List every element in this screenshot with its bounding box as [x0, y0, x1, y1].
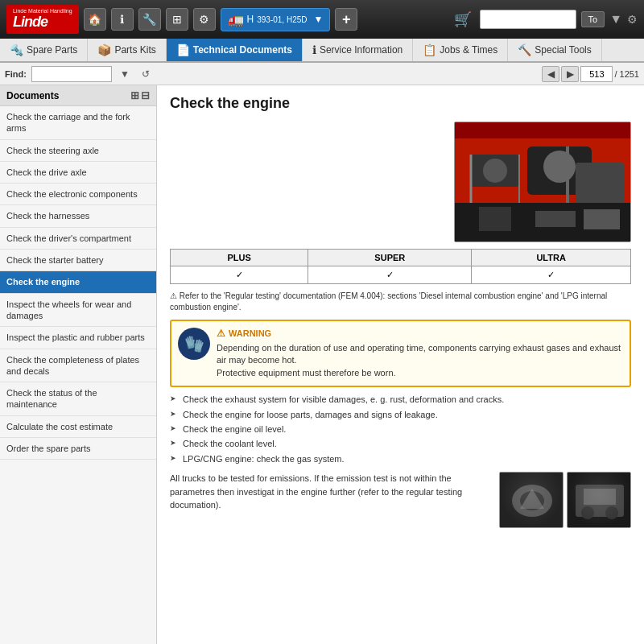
next-page-button[interactable]: ▶ [561, 66, 579, 82]
table-cell-ultra: ✓ [472, 266, 631, 284]
sidebar-item-status[interactable]: Check the status of the maintenance [0, 382, 156, 416]
settings-button[interactable]: ⚙ [193, 8, 216, 31]
table-header-plus: PLUS [171, 250, 308, 266]
parts-kits-icon: 📦 [97, 43, 111, 56]
checklist: Check the exhaust system for visible dam… [170, 394, 631, 465]
sidebar-item-compartment[interactable]: Check the driver's compartment [0, 228, 156, 250]
grid-button[interactable]: ⊞ [166, 8, 188, 31]
find-input[interactable] [31, 66, 112, 82]
logo-area: Linde Material Handling Linde [6, 5, 79, 34]
svg-point-20 [581, 506, 594, 519]
warning-box: 🧤 WARNING Depending on the duration of u… [170, 320, 631, 387]
sidebar-item-harnesses[interactable]: Check the harnesses [0, 205, 156, 227]
spare-parts-icon: 🔩 [10, 43, 23, 56]
add-vehicle-button[interactable]: + [335, 8, 357, 31]
cart-icon[interactable]: 🛒 [454, 10, 472, 28]
svg-rect-13 [584, 209, 620, 229]
jobs-times-icon: 📋 [423, 43, 436, 56]
table-header-ultra: ULTRA [472, 250, 631, 266]
prev-page-button[interactable]: ◀ [542, 66, 559, 82]
svg-marker-17 [520, 489, 544, 509]
secondary-toolbar: Find: ▼ ↺ ◀ ▶ 513 / 1251 [0, 63, 644, 85]
service-info-label: Service Information [320, 44, 402, 56]
svg-point-5 [483, 159, 507, 183]
check-item-4: Check the coolant level. [170, 438, 631, 450]
svg-point-21 [605, 506, 618, 519]
check-item-2: Check the engine for loose parts, damage… [170, 409, 631, 421]
info-button[interactable]: ℹ [111, 8, 134, 31]
sidebar-item-cost[interactable]: Calculate the cost estimate [0, 416, 156, 438]
sidebar-item-plastic[interactable]: Inspect the plastic and rubber parts [0, 327, 156, 349]
vehicle-code: H [247, 14, 254, 25]
table-header-super: SUPER [308, 250, 472, 266]
page-number-input[interactable]: 513 [580, 66, 613, 82]
check-table: PLUS SUPER ULTRA ✓ ✓ ✓ [170, 249, 631, 284]
jobs-times-label: Jobs & Times [440, 44, 497, 56]
tab-service-information[interactable]: ℹ Service Information [303, 39, 413, 61]
sidebar: Documents ⊞ ⊟ Check the carriage and the… [0, 85, 157, 644]
sidebar-item-drive[interactable]: Check the drive axle [0, 162, 156, 184]
global-search-box[interactable] [480, 10, 576, 29]
check-item-1: Check the exhaust system for visible dam… [170, 394, 631, 406]
svg-rect-12 [535, 211, 576, 227]
engine-svg [455, 122, 631, 242]
sidebar-collapse-icon[interactable]: ⊟ [141, 89, 150, 101]
refresh-toolbar-icon[interactable]: ↺ [138, 66, 154, 82]
check-item-3: Check the engine oil level. [170, 423, 631, 436]
warning-line1: Depending on the duration of use and ope… [217, 343, 621, 365]
tab-jobs-times[interactable]: 📋 Jobs & Times [413, 39, 508, 61]
warning-line2: Protective equipment must therefore be w… [217, 368, 396, 378]
svg-rect-19 [576, 485, 624, 517]
svg-rect-11 [479, 207, 511, 231]
bottom-image-1 [499, 472, 564, 528]
logo-large-text: Linde [13, 14, 47, 31]
svg-rect-4 [576, 163, 624, 203]
tools-button[interactable]: 🔧 [138, 8, 161, 31]
document-area: Check the engine [157, 85, 644, 644]
tab-special-tools[interactable]: 🔨 Special Tools [508, 39, 602, 61]
sidebar-item-electronic[interactable]: Check the electronic components [0, 184, 156, 205]
sidebar-header-icons: ⊞ ⊟ [130, 89, 150, 101]
main-content: Documents ⊞ ⊟ Check the carriage and the… [0, 85, 644, 644]
warning-text: Depending on the duration of use and ope… [217, 342, 623, 379]
sidebar-header: Documents ⊞ ⊟ [0, 85, 156, 106]
tab-technical-documents[interactable]: 📄 Technical Documents [167, 39, 303, 61]
vehicle-selector[interactable]: 🚛 H 393-01, H25D ▼ [221, 8, 331, 31]
sidebar-item-wheels[interactable]: Inspect the wheels for wear and damages [0, 294, 156, 328]
to-button[interactable]: To [581, 11, 605, 27]
sidebar-item-completeness[interactable]: Check the completeness of plates and dec… [0, 349, 156, 383]
find-label: Find: [5, 69, 27, 79]
dropdown-arrow-icon: ▼ [313, 14, 323, 25]
table-cell-plus: ✓ [171, 266, 308, 284]
filter-toolbar-icon[interactable]: ▼ [117, 66, 133, 82]
all-trucks-text: All trucks to be tested for emissions. I… [170, 472, 489, 512]
technical-docs-icon: 📄 [176, 43, 190, 56]
check-item-5: LPG/CNG engine: check the gas system. [170, 453, 631, 465]
svg-rect-18 [568, 473, 631, 528]
filter-icon[interactable]: ▼ [609, 12, 622, 27]
warning-content: WARNING Depending on the duration of use… [217, 328, 623, 379]
sidebar-item-steering[interactable]: Check the steering axle [0, 140, 156, 162]
bottom-images [499, 472, 631, 528]
global-search-input[interactable] [484, 14, 572, 24]
all-trucks-section: All trucks to be tested for emissions. I… [170, 472, 631, 528]
sidebar-item-starter[interactable]: Check the starter battery [0, 250, 156, 271]
svg-point-6 [543, 151, 576, 183]
sidebar-item-carriage[interactable]: Check the carriage and the fork arms [0, 106, 156, 140]
page-navigation: ◀ ▶ 513 / 1251 [542, 66, 639, 82]
page-total: / 1251 [614, 69, 639, 79]
table-row: ✓ ✓ ✓ [171, 266, 631, 284]
special-tools-label: Special Tools [535, 44, 592, 56]
sidebar-item-engine[interactable]: Check the engine [0, 271, 156, 293]
global-settings-icon[interactable]: ⚙ [627, 13, 638, 26]
sidebar-expand-icon[interactable]: ⊞ [130, 89, 139, 101]
bottom-thumb-svg-2 [568, 473, 631, 528]
sidebar-item-spares[interactable]: Order the spare parts [0, 438, 156, 460]
top-bar: Linde Material Handling Linde 🏠 ℹ 🔧 ⊞ ⚙ … [0, 0, 644, 39]
warning-title: WARNING [217, 328, 623, 339]
home-button[interactable]: 🏠 [84, 8, 106, 31]
tab-parts-kits[interactable]: 📦 Parts Kits [88, 39, 166, 61]
tab-spare-parts[interactable]: 🔩 Spare Parts [0, 39, 88, 61]
svg-rect-22 [584, 489, 616, 505]
logo-small-text: Linde Material Handling [13, 8, 72, 14]
